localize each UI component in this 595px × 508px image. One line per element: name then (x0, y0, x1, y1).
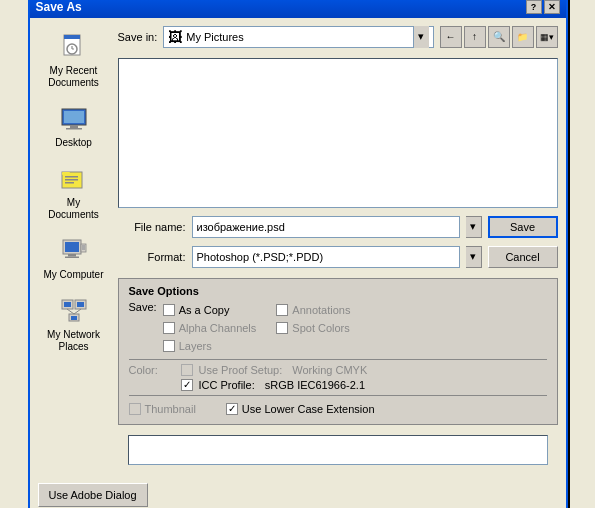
filename-input[interactable]: изображение.psd (192, 216, 460, 238)
save-in-value: My Pictures (186, 31, 408, 43)
sidebar-item-mycomp-label: My Computer (43, 269, 103, 281)
save-button[interactable]: Save (488, 216, 558, 238)
format-dropdown-arrow[interactable]: ▾ (466, 246, 482, 268)
new-folder-button[interactable]: 📁 (512, 26, 534, 48)
layers-checkbox[interactable] (163, 340, 175, 352)
sidebar-item-recent[interactable]: My RecentDocuments (40, 26, 108, 94)
save-in-label: Save in: (118, 31, 158, 43)
option-alpha: Alpha Channels (163, 319, 257, 337)
save-in-dropdown-arrow[interactable]: ▾ (413, 26, 429, 48)
format-value: Photoshop (*.PSD;*.PDD) (197, 251, 324, 263)
icc-profile-value: sRGB IEC61966-2.1 (265, 379, 365, 391)
svg-rect-25 (71, 316, 77, 320)
proof-setup-label: Use Proof Setup: (199, 364, 283, 376)
cancel-button[interactable]: Cancel (488, 246, 558, 268)
save-options-right: Annotations Spot Colors (276, 301, 370, 355)
svg-line-26 (67, 309, 74, 314)
layers-label: Layers (179, 340, 212, 352)
as-copy-label: As a Copy (179, 304, 230, 316)
svg-rect-10 (62, 172, 70, 175)
lowercase-checkbox[interactable] (226, 403, 238, 415)
save-in-combo[interactable]: 🖼 My Pictures ▾ (163, 26, 433, 48)
help-button[interactable]: ? (526, 0, 542, 14)
sidebar-item-recent-label: My RecentDocuments (48, 65, 99, 89)
file-list[interactable] (118, 58, 558, 208)
sidebar-item-mycomp[interactable]: My Computer (40, 230, 108, 286)
my-documents-icon (58, 163, 90, 195)
titlebar-buttons: ? ✕ (526, 0, 560, 14)
annotations-checkbox[interactable] (276, 304, 288, 316)
filename-value: изображение.psd (197, 221, 285, 233)
option-lowercase: Use Lower Case Extension (226, 400, 375, 418)
annotations-label: Annotations (292, 304, 350, 316)
svg-rect-8 (66, 128, 82, 130)
svg-rect-21 (64, 302, 71, 307)
network-icon (58, 295, 90, 327)
icc-profile-label: ICC Profile: (199, 379, 255, 391)
search-web-button[interactable]: 🔍 (488, 26, 510, 48)
bottom-options-row: Thumbnail Use Lower Case Extension (129, 400, 547, 418)
svg-rect-11 (65, 176, 78, 178)
save-options-section: Save Options Save: As a Copy Alph (118, 278, 558, 425)
dialog-body: My RecentDocuments Desktop (30, 18, 566, 477)
spot-colors-label: Spot Colors (292, 322, 349, 334)
filename-dropdown-arrow[interactable]: ▾ (466, 216, 482, 238)
format-row: Format: Photoshop (*.PSD;*.PDD) ▾ Cancel (118, 246, 558, 268)
save-options-save-label: Save: (129, 301, 157, 313)
option-spot-colors: Spot Colors (276, 319, 370, 337)
format-input[interactable]: Photoshop (*.PSD;*.PDD) (192, 246, 460, 268)
my-computer-icon (58, 235, 90, 267)
sidebar-item-network-label: My NetworkPlaces (47, 329, 100, 353)
option-annotations: Annotations (276, 301, 370, 319)
lowercase-label: Use Lower Case Extension (242, 403, 375, 415)
save-as-dialog: Save As ? ✕ My RecentDocum (28, 0, 568, 508)
thumbnail-checkbox[interactable] (129, 403, 141, 415)
use-adobe-button[interactable]: Use Adobe Dialog (38, 483, 148, 507)
alpha-checkbox[interactable] (163, 322, 175, 334)
save-options-left: As a Copy Alpha Channels Layers (163, 301, 257, 355)
proof-setup-value: Working CMYK (292, 364, 367, 376)
format-label: Format: (118, 251, 186, 263)
sidebar-item-mydocs[interactable]: My Documents (40, 158, 108, 226)
close-button[interactable]: ✕ (544, 0, 560, 14)
views-button[interactable]: ▦▾ (536, 26, 558, 48)
svg-rect-15 (65, 242, 79, 252)
up-button[interactable]: ↑ (464, 26, 486, 48)
svg-rect-1 (64, 35, 80, 39)
save-options-grid: As a Copy Alpha Channels Layers (163, 301, 370, 355)
color-row-proof: Color: Use Proof Setup: Working CMYK (129, 364, 547, 376)
option-as-copy: As a Copy (163, 301, 257, 319)
dialog-footer: Use Adobe Dialog (30, 477, 566, 509)
desktop-icon (58, 103, 90, 135)
spot-colors-checkbox[interactable] (276, 322, 288, 334)
as-copy-checkbox[interactable] (163, 304, 175, 316)
svg-line-27 (74, 309, 81, 314)
svg-rect-23 (77, 302, 84, 307)
filename-label: File name: (118, 221, 186, 233)
svg-rect-13 (65, 182, 74, 184)
option-layers: Layers (163, 337, 257, 355)
titlebar-title: Save As (36, 0, 82, 14)
color-row-icc: ICC Profile: sRGB IEC61966-2.1 (129, 379, 547, 391)
notes-area[interactable] (128, 435, 548, 465)
sidebar-item-network[interactable]: My NetworkPlaces (40, 290, 108, 358)
toolbar-buttons: ← ↑ 🔍 📁 ▦▾ (440, 26, 558, 48)
save-in-row: Save in: 🖼 My Pictures ▾ ← ↑ 🔍 📁 ▦▾ (118, 26, 558, 48)
color-label: Color: (129, 364, 175, 376)
svg-rect-19 (82, 245, 85, 250)
svg-rect-6 (64, 111, 84, 123)
icc-checkbox[interactable] (181, 379, 193, 391)
sidebar-item-mydocs-label: My Documents (43, 197, 105, 221)
sidebar-item-desktop[interactable]: Desktop (40, 98, 108, 154)
sidebar: My RecentDocuments Desktop (38, 26, 110, 469)
svg-rect-12 (65, 179, 78, 181)
color-section: Color: Use Proof Setup: Working CMYK ICC… (129, 364, 547, 391)
option-thumbnail: Thumbnail (129, 400, 196, 418)
thumbnail-label: Thumbnail (145, 403, 196, 415)
svg-rect-17 (65, 256, 79, 258)
back-button[interactable]: ← (440, 26, 462, 48)
sidebar-item-desktop-label: Desktop (55, 137, 92, 149)
alpha-label: Alpha Channels (179, 322, 257, 334)
dialog-title: Save As (36, 0, 82, 14)
proof-checkbox[interactable] (181, 364, 193, 376)
